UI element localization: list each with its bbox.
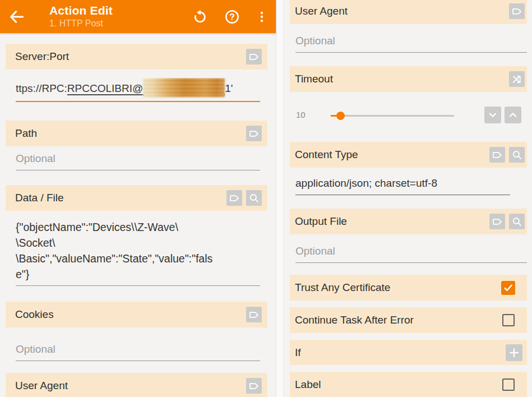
field-cookies: Cookies [6,302,267,327]
field-label: Continue Task After Error [295,314,414,326]
field-user-agent-left: User Agent [6,373,267,397]
cookies-input[interactable]: Optional [16,343,260,361]
field-label: Content Type [295,149,358,161]
svg-text:?: ? [229,12,235,22]
back-button[interactable] [8,8,26,26]
action-edit-screen: Action Edit 1. HTTP Post ? Server:Port [0,0,532,397]
continue-task-after-error-checkbox[interactable] [502,314,515,326]
chevron-up-icon [507,109,519,121]
timeout-slider[interactable] [331,115,454,117]
label-icon [248,309,260,321]
search-icon [248,192,260,204]
content-type-input[interactable]: application/json; charset=utf-8 [295,177,510,195]
label-icon [492,216,503,228]
data-file-input[interactable]: {"objectName":"Devices\\Z-Wave\ \Socket\… [16,219,260,286]
field-label: Path [15,127,37,140]
server-port-input[interactable]: ttps://RPC:RPCCOLIBRI@1' [16,78,260,102]
help-icon: ? [224,8,240,25]
label-icon [248,380,260,392]
variable-tag-button[interactable] [489,214,505,229]
trust-any-certificate-checkbox[interactable] [501,281,515,295]
field-timeout: Timeout [290,66,527,92]
app-bar: Action Edit 1. HTTP Post ? [0,0,276,33]
user-agent-input[interactable]: Optional [295,35,527,53]
undo-icon [192,9,208,25]
variable-tag-button[interactable] [246,378,262,394]
field-user-agent: User Agent [290,0,527,24]
variable-tag-button[interactable] [246,49,262,64]
path-input[interactable]: Optional [16,153,260,170]
timeout-value: 10 [296,110,306,119]
label-icon [248,51,260,63]
server-port-value-suffix: 1' [225,82,233,94]
field-label: Cookies [15,308,54,321]
data-file-line: {"objectName":"Devices\\Z-Wave\ [16,219,260,235]
field-continue-task-after-error: Continue Task After Error [290,307,527,333]
field-label: Data / File [15,192,64,204]
undo-button[interactable] [191,7,210,26]
field-trust-any-certificate: Trust Any Certificate [290,275,527,301]
field-if: If [290,340,527,365]
add-condition-button[interactable] [506,344,522,361]
variable-tag-button[interactable] [246,126,262,141]
timeout-decrement-button[interactable] [484,107,501,123]
field-label: Label [295,378,321,391]
search-icon [511,216,523,228]
label-icon [229,192,240,204]
variable-tag-button[interactable] [246,307,262,322]
field-label: Server:Port [15,50,69,63]
chevron-down-icon [487,109,499,121]
data-file-line: \Basic","valueName":"State","value":"fal… [16,251,260,266]
pane-divider [276,0,284,397]
variable-tag-button[interactable] [489,147,505,163]
timeout-increment-button[interactable] [505,107,521,123]
browse-search-button[interactable] [509,147,525,163]
field-label: Timeout [295,73,333,85]
plus-icon [508,347,520,359]
field-label-row: Label [290,372,527,397]
label-icon [248,128,260,140]
variable-tag-button[interactable] [226,190,242,206]
server-port-value-underlined: RPCCOLIBRI@ [67,82,143,94]
field-label: If [295,347,301,359]
checkmark-icon [503,283,514,293]
variable-tag-button[interactable] [509,3,525,19]
field-server-port: Server:Port [6,44,267,70]
field-label: User Agent [15,380,68,392]
output-file-input[interactable]: Optional [295,245,527,263]
browse-search-button[interactable] [246,190,262,206]
field-label: Output File [295,215,347,228]
page-title: Action Edit [49,4,113,17]
search-icon [511,149,523,161]
field-output-file: Output File [290,209,527,234]
overflow-menu-icon [255,10,269,24]
field-path: Path [6,121,267,146]
redacted-blur [143,78,225,97]
help-button[interactable]: ? [223,7,242,26]
server-port-value-prefix: ttps://RPC: [16,82,67,94]
label-icon [492,149,503,161]
data-file-line: e"} [16,266,260,282]
variable-toggle-button[interactable] [509,71,525,87]
page-subtitle: 1. HTTP Post [49,19,103,29]
label-icon [511,6,523,17]
field-content-type: Content Type [290,142,527,168]
back-arrow-icon [8,8,26,26]
browse-search-button[interactable] [509,214,525,229]
data-file-line: \Socket\ [16,235,260,251]
field-data-file: Data / File [6,185,267,211]
overflow-menu-button[interactable] [252,7,271,26]
field-label: User Agent [295,5,348,17]
crossed-arrows-icon [511,73,523,85]
label-checkbox[interactable] [502,378,515,391]
slider-thumb[interactable] [336,112,345,120]
field-label: Trust Any Certificate [295,281,390,294]
